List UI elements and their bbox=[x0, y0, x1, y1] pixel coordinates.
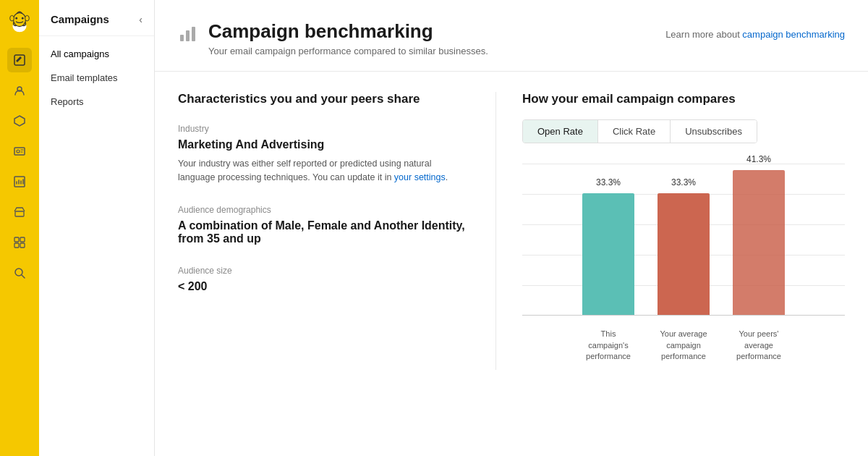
nav-icon-automations[interactable] bbox=[7, 109, 32, 133]
right-panel: How your email campaign compares Open Ra… bbox=[496, 92, 845, 370]
comparison-title: How your email campaign compares bbox=[522, 92, 845, 106]
industry-description: Your industry was either self reported o… bbox=[178, 157, 467, 185]
audience-size-section: Audience size < 200 bbox=[178, 266, 467, 293]
tab-unsubscribes[interactable]: Unsubscribes bbox=[671, 120, 757, 143]
nav-icon-store[interactable] bbox=[7, 200, 32, 224]
nav-icon-reports[interactable] bbox=[7, 169, 32, 194]
svg-rect-21 bbox=[192, 27, 195, 41]
svg-rect-14 bbox=[14, 237, 19, 242]
nav-icon-search[interactable] bbox=[7, 261, 32, 285]
bar-peers-average-rect bbox=[733, 170, 785, 315]
chart-x-labels: This campaign'sperformance Your average … bbox=[522, 323, 845, 362]
bar-your-average-value: 33.3% bbox=[671, 177, 696, 187]
svg-rect-17 bbox=[20, 243, 25, 248]
svg-rect-19 bbox=[180, 35, 184, 41]
page-header-text: Campaign benchmarking Your email campaig… bbox=[208, 20, 488, 56]
main-content: Campaign benchmarking Your email campaig… bbox=[155, 0, 868, 456]
icon-rail bbox=[0, 0, 39, 456]
svg-point-5 bbox=[22, 17, 24, 20]
sidebar-title: Campaigns bbox=[51, 13, 109, 25]
sidebar-item-email-templates[interactable]: Email templates bbox=[39, 66, 154, 90]
bar-your-average-rect bbox=[658, 193, 710, 315]
tab-click-rate[interactable]: Click Rate bbox=[598, 120, 671, 143]
tab-open-rate[interactable]: Open Rate bbox=[523, 120, 598, 143]
svg-point-11 bbox=[17, 150, 20, 153]
bar-this-campaign: 33.3% bbox=[582, 177, 634, 315]
nav-icon-grid[interactable] bbox=[7, 230, 32, 255]
demographics-label: Audience demographics bbox=[178, 205, 467, 215]
left-panel: Characteristics you and your peers share… bbox=[178, 92, 496, 370]
demographics-value: A combination of Male, Female and Anothe… bbox=[178, 219, 467, 245]
svg-rect-15 bbox=[20, 237, 25, 242]
svg-point-6 bbox=[10, 15, 14, 21]
nav-icon-pencil[interactable] bbox=[7, 48, 32, 72]
sidebar-header: Campaigns ‹ bbox=[39, 0, 154, 36]
page-header-left: Campaign benchmarking Your email campaig… bbox=[178, 20, 488, 56]
svg-rect-20 bbox=[186, 30, 190, 41]
bar-peers-average-value: 41.3% bbox=[746, 154, 771, 164]
content-area: Characteristics you and your peers share… bbox=[155, 72, 868, 390]
audience-size-label: Audience size bbox=[178, 266, 467, 276]
sidebar-nav: Campaigns ‹ All campaigns Email template… bbox=[39, 0, 155, 456]
svg-rect-16 bbox=[14, 243, 19, 248]
page-title: Campaign benchmarking bbox=[208, 20, 488, 43]
characteristics-title: Characteristics you and your peers share bbox=[178, 92, 467, 106]
benchmarking-icon bbox=[178, 22, 200, 48]
bar-label-your-average: Your average campaignperformance bbox=[658, 329, 710, 362]
page-subtitle: Your email campaign performance compared… bbox=[208, 46, 488, 56]
sidebar-navigation: All campaigns Email templates Reports bbox=[39, 36, 154, 119]
campaign-benchmarking-link[interactable]: campaign benchmarking bbox=[742, 29, 845, 40]
demographics-section: Audience demographics A combination of M… bbox=[178, 205, 467, 245]
audience-size-value: < 200 bbox=[178, 280, 467, 293]
sidebar-collapse-button[interactable]: ‹ bbox=[139, 14, 142, 25]
svg-rect-13 bbox=[15, 211, 24, 216]
industry-label: Industry bbox=[178, 124, 467, 134]
bar-this-campaign-value: 33.3% bbox=[596, 177, 621, 187]
sidebar-item-all-campaigns[interactable]: All campaigns bbox=[39, 42, 154, 66]
chart-container: 33.3% 33.3% 41.3% This bbox=[522, 164, 845, 352]
chart-bars: 33.3% 33.3% 41.3% bbox=[522, 164, 845, 316]
svg-point-4 bbox=[15, 17, 17, 20]
bar-label-this-campaign: This campaign'sperformance bbox=[582, 329, 634, 362]
bar-label-peers-average: Your peers' averageperformance bbox=[733, 329, 785, 362]
learn-more-text: Learn more about campaign benchmarking bbox=[665, 29, 845, 40]
bar-your-average: 33.3% bbox=[658, 177, 710, 315]
nav-icon-audience[interactable] bbox=[7, 78, 32, 103]
bar-this-campaign-rect bbox=[582, 193, 634, 315]
industry-value: Marketing And Advertising bbox=[178, 138, 467, 151]
rate-tabs: Open Rate Click Rate Unsubscribes bbox=[522, 119, 757, 143]
svg-point-3 bbox=[13, 13, 25, 27]
your-settings-link[interactable]: your settings bbox=[394, 172, 446, 182]
app-logo bbox=[6, 7, 33, 35]
industry-section: Industry Marketing And Advertising Your … bbox=[178, 124, 467, 185]
page-header: Campaign benchmarking Your email campaig… bbox=[155, 0, 868, 72]
nav-icon-contacts[interactable] bbox=[7, 139, 32, 164]
bar-peers-average: 41.3% bbox=[733, 154, 785, 315]
sidebar-item-reports[interactable]: Reports bbox=[39, 90, 154, 114]
svg-point-7 bbox=[25, 15, 30, 21]
